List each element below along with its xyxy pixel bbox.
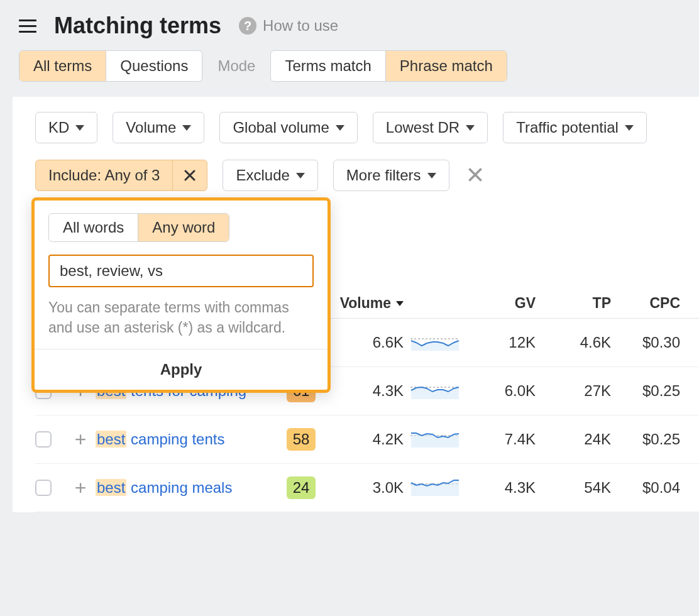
clear-filters-button[interactable] [465,165,486,186]
cell-gv: 12K [466,334,536,351]
chevron-down-icon [336,125,344,131]
cell-cps: 1.45 [680,479,699,497]
filter-lowest-dr[interactable]: Lowest DR [373,112,488,143]
main-panel: KD Volume Global volume Lowest DR Traffi… [13,97,699,512]
terms-questions-segment: All terms Questions [19,50,202,82]
apply-button[interactable]: Apply [35,349,327,390]
cell-cps: 1.45 [680,334,699,351]
filter-row-2: Include: Any of 3 Exclude More filters A… [35,160,699,191]
close-icon [184,170,195,181]
sparkline-icon [410,330,460,351]
include-remove-button[interactable] [172,160,207,190]
filter-volume[interactable]: Volume [113,112,204,143]
filter-row-1: KD Volume Global volume Lowest DR Traffi… [35,112,699,143]
include-label[interactable]: Include: Any of 3 [36,160,172,190]
filter-more[interactable]: More filters [333,160,449,191]
segment-any-word[interactable]: Any word [138,214,229,241]
filter-exclude[interactable]: Exclude [223,160,317,191]
chevron-down-icon [182,125,191,131]
chevron-down-icon [75,125,84,131]
expand-row-button[interactable]: + [65,428,96,451]
segment-all-terms[interactable]: All terms [19,51,106,81]
include-hint: You can separate terms with commas and u… [48,297,314,338]
expand-row-button[interactable]: + [65,476,96,500]
include-terms-input[interactable] [48,255,314,287]
keyword-link[interactable]: best camping meals [96,479,265,497]
match-mode-segment: All words Any word [48,213,229,242]
close-icon [468,168,482,182]
filter-traffic-potential[interactable]: Traffic potential [503,112,647,143]
cell-cpc: $0.25 [611,431,680,448]
segment-all-words[interactable]: All words [49,214,138,241]
mode-label: Mode [217,57,255,75]
help-link[interactable]: ? How to use [239,17,338,35]
cell-tp: 27K [536,382,611,400]
cell-tp: 4.6K [536,334,611,351]
table-row: + best camping tents 58 4.2K 7.4K 24K $0… [35,415,699,464]
help-icon: ? [239,17,256,35]
chevron-down-icon [296,173,305,179]
filter-kd[interactable]: KD [35,112,97,143]
cell-cpc: $0.04 [611,479,680,497]
page-title: Matching terms [54,13,221,39]
sparkline-icon [410,378,460,400]
sparkline-icon [410,475,460,497]
segmented-row: All terms Questions Mode Terms match Phr… [0,50,699,97]
cell-cps: 1.19 [680,382,699,400]
cell-cpc: $0.30 [611,334,680,351]
cell-volume: 3.0K [316,479,404,497]
cell-gv: 6.0K [466,382,536,400]
cell-tp: 54K [536,479,611,497]
kd-pill: 58 [287,428,316,451]
cell-gv: 4.3K [466,479,536,497]
sort-desc-icon [396,301,404,306]
row-checkbox[interactable] [35,480,52,496]
segment-questions[interactable]: Questions [106,51,202,81]
cell-tp: 24K [536,431,611,448]
table-row: + best camping meals 24 3.0K 4.3K 54K $0… [35,464,699,512]
sparkline-icon [410,427,460,448]
col-tp[interactable]: TP [536,295,611,312]
include-popover: All words Any word You can separate term… [31,197,331,393]
cell-volume: 4.2K [316,431,404,448]
chevron-down-icon [625,125,634,131]
cell-cps: 1.26 [680,431,699,448]
col-cps[interactable]: CPS [680,295,699,312]
mode-segment: Terms match Phrase match [270,50,507,82]
cell-cpc: $0.25 [611,382,680,400]
chevron-down-icon [427,173,436,179]
row-checkbox[interactable] [35,431,52,448]
col-gv[interactable]: GV [466,295,536,312]
cell-gv: 7.4K [466,431,536,448]
segment-phrase-match[interactable]: Phrase match [385,51,507,81]
segment-terms-match[interactable]: Terms match [271,51,385,81]
filter-include-active: Include: Any of 3 [35,160,207,191]
header: Matching terms ? How to use [0,0,699,50]
kd-pill: 24 [287,476,316,499]
help-label: How to use [263,17,338,35]
keyword-link[interactable]: best camping tents [96,431,265,448]
hamburger-menu-icon[interactable] [19,19,36,33]
col-cpc[interactable]: CPC [611,295,680,312]
chevron-down-icon [466,125,475,131]
filter-global-volume[interactable]: Global volume [219,112,357,143]
